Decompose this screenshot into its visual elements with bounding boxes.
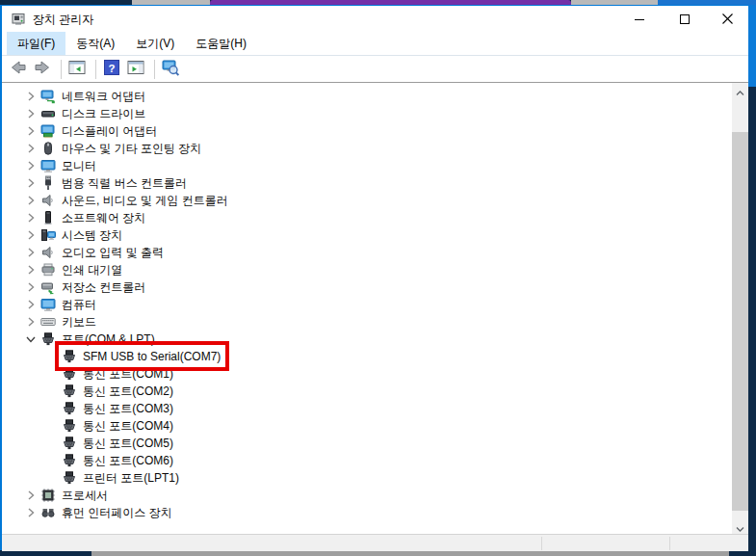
tree-item-com1[interactable]: 통신 포트(COM1): [2, 365, 732, 383]
tree-item-network-adapters[interactable]: 네트워크 어댑터: [2, 88, 732, 105]
tree-item-label: 컴퓨터: [62, 297, 96, 313]
tree-item-label: 오디오 입력 및 출력: [62, 245, 164, 261]
serial-port-icon: [62, 436, 77, 451]
chevron-right-icon[interactable]: [23, 297, 39, 312]
scroll-up-button[interactable]: [732, 83, 748, 99]
tree-item-com2[interactable]: 통신 포트(COM2): [2, 383, 732, 400]
menu-item-label: 도움말(H): [196, 36, 247, 52]
tree-item-sound-video-game-controllers[interactable]: 사운드, 비디오 및 게임 컨트롤러: [2, 192, 732, 209]
tree-item-label: 통신 포트(COM2): [83, 384, 173, 400]
menu-bar: 파일(F)동작(A)보기(V)도움말(H): [2, 32, 748, 55]
chevron-right-icon[interactable]: [23, 245, 39, 260]
title-bar: 장치 관리자: [2, 6, 748, 32]
svg-text:?: ?: [108, 62, 115, 73]
vertical-scrollbar[interactable]: [732, 83, 748, 534]
tree-item-label: 시스템 장치: [62, 227, 122, 244]
chevron-right-icon[interactable]: [23, 123, 39, 139]
close-icon: [722, 11, 733, 28]
tree-item-label: SFM USB to Serial(COM7): [83, 350, 221, 363]
device-manager-icon: [11, 11, 26, 26]
tree-item-com4[interactable]: 통신 포트(COM4): [2, 417, 732, 435]
tree-item-ports-com-lpt[interactable]: 포트(COM & LPT): [2, 331, 732, 348]
desktop-right-blue: [748, 5, 756, 87]
chevron-right-icon[interactable]: [23, 175, 39, 191]
tree-item-com5[interactable]: 통신 포트(COM5): [2, 435, 732, 452]
chevron-right-icon[interactable]: [23, 106, 39, 121]
network-adapter-icon: [40, 89, 56, 104]
storage-icon: [40, 279, 56, 295]
tree-item-label: 통신 포트(COM5): [83, 436, 173, 452]
maximize-icon: [680, 11, 690, 28]
tree-item-lpt1[interactable]: 프린터 포트(LPT1): [2, 469, 732, 487]
tree-item-print-queues[interactable]: 인쇄 대기열: [2, 261, 732, 278]
console-tree-button[interactable]: [66, 59, 88, 80]
scan-hardware-icon: [161, 58, 180, 81]
toolbar: ?: [2, 55, 748, 82]
chevron-right-icon[interactable]: [23, 314, 39, 330]
maximize-button[interactable]: [662, 6, 707, 32]
status-bar: [2, 534, 748, 551]
help-button[interactable]: ?: [101, 59, 122, 80]
tree-item-label: 마우스 및 기타 포인팅 장치: [62, 141, 201, 157]
usb-icon: [40, 175, 56, 191]
help-icon: ?: [102, 58, 121, 81]
tree-item-processors[interactable]: 프로세서: [2, 487, 732, 504]
chevron-right-icon[interactable]: [23, 210, 39, 225]
console-tree-icon: [67, 58, 87, 81]
menu-item-action[interactable]: 동작(A): [65, 32, 125, 55]
chevron-right-icon[interactable]: [23, 141, 39, 156]
tree-item-label: 인쇄 대기열: [62, 262, 122, 278]
chevron-right-icon[interactable]: [23, 505, 39, 520]
chevron-right-icon[interactable]: [23, 262, 39, 278]
computer-icon: [40, 297, 56, 312]
chevron-right-icon[interactable]: [23, 89, 39, 104]
tree-item-human-interface-devices[interactable]: 휴먼 인터페이스 장치: [2, 504, 732, 521]
menu-item-label: 파일(F): [17, 36, 55, 52]
forward-button[interactable]: [32, 59, 53, 80]
tree-item-display-adapters[interactable]: 디스플레이 어댑터: [2, 122, 732, 140]
chevron-right-icon[interactable]: [23, 193, 39, 208]
tree-item-software-devices[interactable]: 소프트웨어 장치: [2, 209, 732, 226]
serial-port-icon: [62, 418, 77, 434]
menu-item-file[interactable]: 파일(F): [7, 32, 65, 55]
speaker-icon: [40, 245, 56, 260]
tree-item-computer[interactable]: 컴퓨터: [2, 296, 732, 313]
back-button[interactable]: [8, 59, 29, 80]
display-adapter-icon: [40, 123, 56, 139]
scrollbar-thumb[interactable]: [732, 132, 748, 511]
tree-item-com3[interactable]: 통신 포트(COM3): [2, 400, 732, 417]
menu-item-view[interactable]: 보기(V): [125, 32, 185, 55]
menu-item-help[interactable]: 도움말(H): [185, 32, 257, 55]
tree-item-label: 네트워크 어댑터: [62, 89, 145, 105]
close-button[interactable]: [707, 6, 748, 32]
tree-item-keyboards[interactable]: 키보드: [2, 313, 732, 331]
status-bar-divider: [669, 537, 670, 550]
printer-icon: [40, 262, 56, 278]
tree-item-system-devices[interactable]: 시스템 장치: [2, 226, 732, 244]
minimize-button[interactable]: [616, 6, 662, 32]
scan-hardware-button[interactable]: [160, 59, 181, 80]
chevron-right-icon[interactable]: [23, 279, 39, 295]
tree-item-monitors[interactable]: 모니터: [2, 157, 732, 174]
tree-item-disk-drives[interactable]: 디스크 드라이브: [2, 105, 732, 122]
chevron-right-icon[interactable]: [23, 227, 39, 243]
disk-drive-icon: [40, 106, 56, 121]
tree-item-label: 저장소 컨트롤러: [62, 279, 145, 296]
tree-item-label: 사운드, 비디오 및 게임 컨트롤러: [62, 193, 228, 209]
serial-port-icon: [40, 331, 56, 347]
tree-item-label: 범용 직렬 버스 컨트롤러: [62, 175, 187, 192]
tree-item-label: 휴먼 인터페이스 장치: [62, 505, 172, 521]
serial-port-icon: [62, 453, 77, 468]
chevron-right-icon[interactable]: [23, 158, 39, 173]
tree-item-com6[interactable]: 통신 포트(COM6): [2, 452, 732, 469]
action-pane-button[interactable]: [125, 59, 146, 80]
tree-item-storage-controllers[interactable]: 저장소 컨트롤러: [2, 278, 732, 296]
software-device-icon: [40, 210, 56, 225]
chevron-right-icon[interactable]: [23, 488, 39, 503]
tree-item-mice-pointing-devices[interactable]: 마우스 및 기타 포인팅 장치: [2, 140, 732, 157]
tree-item-sfm-usb-to-serial-com7[interactable]: SFM USB to Serial(COM7): [2, 348, 732, 365]
scroll-down-button[interactable]: [732, 518, 748, 534]
tree-item-usb-controllers[interactable]: 범용 직렬 버스 컨트롤러: [2, 174, 732, 192]
tree-item-audio-inputs-outputs[interactable]: 오디오 입력 및 출력: [2, 244, 732, 261]
chevron-down-icon[interactable]: [23, 331, 39, 347]
